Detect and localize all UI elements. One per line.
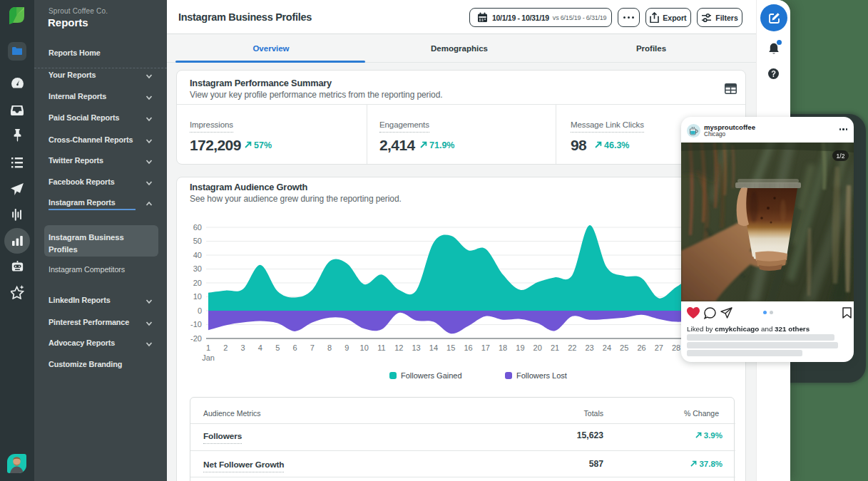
svg-text:20: 20 bbox=[533, 343, 542, 352]
svg-text:-10: -10 bbox=[190, 320, 202, 329]
svg-text:1: 1 bbox=[206, 343, 210, 352]
svg-text:2: 2 bbox=[223, 343, 228, 352]
svg-text:Jan: Jan bbox=[202, 353, 215, 362]
svg-text:40: 40 bbox=[193, 251, 202, 259]
svg-text:10: 10 bbox=[360, 343, 369, 352]
svg-text:10: 10 bbox=[193, 292, 202, 301]
svg-text:30: 30 bbox=[193, 264, 202, 273]
svg-text:4: 4 bbox=[258, 343, 262, 352]
svg-text:60: 60 bbox=[193, 223, 202, 232]
svg-text:26: 26 bbox=[637, 343, 645, 352]
svg-text:50: 50 bbox=[193, 237, 202, 245]
svg-text:0: 0 bbox=[198, 306, 202, 315]
svg-text:8: 8 bbox=[327, 343, 332, 352]
svg-text:7: 7 bbox=[310, 343, 315, 352]
svg-text:11: 11 bbox=[377, 343, 385, 352]
svg-text:23: 23 bbox=[585, 343, 593, 352]
svg-text:14: 14 bbox=[429, 343, 438, 352]
svg-text:20: 20 bbox=[193, 279, 202, 287]
svg-text:15: 15 bbox=[446, 343, 455, 352]
svg-text:17: 17 bbox=[481, 343, 490, 352]
svg-text:27: 27 bbox=[655, 343, 663, 352]
svg-text:3: 3 bbox=[241, 343, 245, 352]
svg-text:22: 22 bbox=[568, 343, 576, 352]
svg-text:21: 21 bbox=[551, 343, 559, 352]
svg-text:13: 13 bbox=[412, 343, 420, 352]
svg-text:28: 28 bbox=[672, 343, 680, 352]
svg-text:18: 18 bbox=[499, 343, 507, 352]
svg-text:12: 12 bbox=[394, 343, 403, 352]
svg-text:5: 5 bbox=[275, 343, 280, 352]
svg-text:16: 16 bbox=[464, 343, 472, 352]
svg-text:9: 9 bbox=[344, 343, 349, 352]
svg-text:19: 19 bbox=[516, 343, 524, 352]
svg-text:24: 24 bbox=[603, 343, 611, 352]
svg-text:25: 25 bbox=[620, 343, 628, 352]
svg-text:-20: -20 bbox=[190, 334, 202, 343]
svg-text:6: 6 bbox=[292, 343, 297, 352]
